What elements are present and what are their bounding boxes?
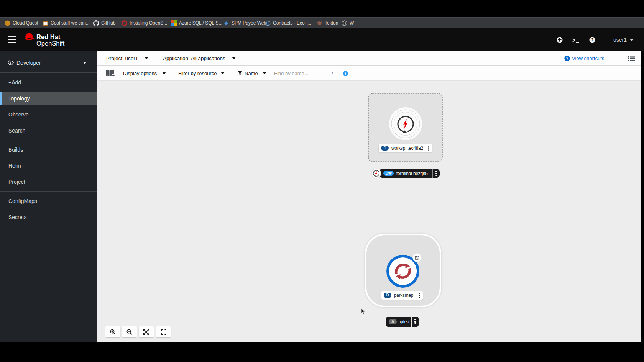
svg-text:?: ?: [591, 38, 594, 42]
svg-text:?: ?: [566, 56, 568, 61]
